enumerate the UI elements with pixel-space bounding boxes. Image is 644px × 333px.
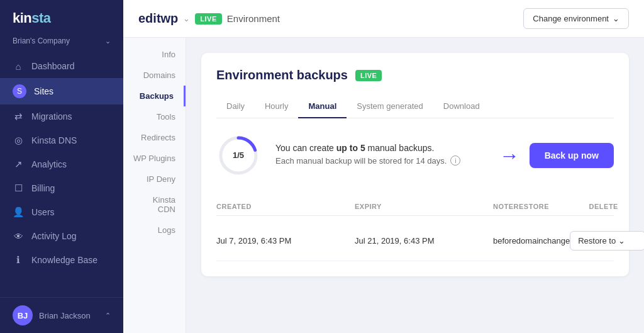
progress-text: 1/5 [233,150,244,160]
activity-icon: 👁 [13,230,24,242]
backup-note: beforedomainchange [493,236,570,246]
sidebar-item-label: Sites [34,86,53,96]
sidebar-item-dashboard[interactable]: ⌂ Dashboard [0,54,123,78]
subnav-item-redirects[interactable]: Redirects [123,127,186,148]
sidebar-nav: ⌂ Dashboard S Sites ⇄ Migrations ◎ Kinst… [0,54,123,297]
backup-sub-label: Each manual backup will be stored for 14… [275,156,447,166]
tab-hourly[interactable]: Hourly [255,95,299,118]
sites-icon: S [13,84,26,98]
back-up-now-button[interactable]: Back up now [530,143,614,168]
tab-manual[interactable]: Manual [298,95,347,118]
subnav: Info Domains Backups Tools Redirects WP … [123,38,186,333]
users-icon: 👤 [13,206,24,218]
restore-to-button[interactable]: Restore to ⌄ [570,231,644,251]
company-selector[interactable]: Brian's Company ⌄ [0,33,123,54]
billing-icon: ☐ [13,183,24,194]
col-note: NOTE [493,203,514,210]
topbar-left: editwp ⌄ LIVE Environment [138,11,280,26]
knowledge-icon: ℹ [13,254,24,266]
sidebar-item-label: Activity Log [31,231,77,241]
sidebar-item-label: Knowledge Base [31,255,97,265]
tab-system-generated[interactable]: System generated [347,95,433,118]
subnav-item-kinsta-cdn[interactable]: Kinsta CDN [123,189,186,220]
col-delete: DELETE [589,203,640,210]
progress-circle: 1/5 [216,133,260,178]
dns-icon: ◎ [13,135,24,146]
subnav-item-domains[interactable]: Domains [123,65,186,86]
backup-created: Jul 7, 2019, 6:43 PM [216,236,355,246]
sidebar-item-label: Dashboard [31,61,75,71]
info-icon[interactable]: i [450,155,460,166]
live-badge-page: LIVE [355,70,382,81]
table-row: Jul 7, 2019, 6:43 PM Jul 21, 2019, 6:43 … [216,221,614,261]
sidebar-item-label: Migrations [31,111,72,121]
company-chevron-icon: ⌄ [105,37,111,45]
col-expiry: EXPIRY [355,203,493,210]
subnav-item-tools[interactable]: Tools [123,106,186,127]
topbar: editwp ⌄ LIVE Environment Change environ… [123,0,644,38]
migrations-icon: ⇄ [13,111,24,122]
site-chevron-icon[interactable]: ⌄ [183,14,190,23]
home-icon: ⌂ [13,60,24,72]
backup-text: You can create up to 5 manual backups. E… [275,143,484,168]
sidebar-item-activity-log[interactable]: 👁 Activity Log [0,224,123,248]
sidebar-item-sites[interactable]: S Sites [0,78,123,104]
footer-chevron-icon: ⌃ [105,312,111,320]
sidebar-item-users[interactable]: 👤 Users [0,200,123,224]
subnav-item-ip-deny[interactable]: IP Deny [123,169,186,189]
env-label: Environment [227,13,280,24]
restore-chevron-icon: ⌄ [618,236,625,246]
backup-sub-text: Each manual backup will be stored for 14… [275,155,484,166]
sidebar-item-knowledge-base[interactable]: ℹ Knowledge Base [0,248,123,272]
sidebar-item-analytics[interactable]: ↗ Analytics [0,152,123,176]
backup-info-row: 1/5 You can create up to 5 manual backup… [216,133,614,178]
arrow-right-icon: → [499,144,519,167]
sidebar-item-label: Kinsta DNS [31,135,77,145]
sidebar: kinsta Brian's Company ⌄ ⌂ Dashboard S S… [0,0,123,333]
subnav-item-wp-plugins[interactable]: WP Plugins [123,148,186,169]
sidebar-footer: BJ Brian Jackson ⌃ [0,297,123,333]
subnav-item-backups[interactable]: Backups [123,86,186,106]
col-restore: RESTORE [514,203,589,210]
logo-area: kinsta [0,0,123,33]
content-card: Environment backups LIVE Daily Hourly Ma… [201,53,629,276]
sidebar-item-label: Billing [31,183,55,193]
sidebar-item-migrations[interactable]: ⇄ Migrations [0,104,123,128]
content-area: Info Domains Backups Tools Redirects WP … [123,38,644,333]
tab-daily[interactable]: Daily [216,95,255,118]
backup-main-text: You can create up to 5 manual backups. [275,143,484,153]
subnav-item-info[interactable]: Info [123,44,186,65]
tab-download[interactable]: Download [433,95,490,118]
analytics-icon: ↗ [13,159,24,170]
sidebar-item-label: Analytics [31,159,67,169]
change-environment-button[interactable]: Change environment ⌄ [523,8,629,29]
footer-user-area[interactable]: BJ Brian Jackson [13,305,91,325]
sidebar-item-label: Users [31,207,55,217]
live-badge-topbar: LIVE [195,13,221,25]
sidebar-item-kinsta-dns[interactable]: ◎ Kinsta DNS [0,128,123,152]
page-content: Environment backups LIVE Daily Hourly Ma… [186,38,644,333]
footer-username: Brian Jackson [39,311,91,320]
arrow-button-area: → Back up now [499,143,614,168]
change-env-label: Change environment [533,14,609,23]
table-header: CREATED EXPIRY NOTE RESTORE DELETE [216,198,614,216]
main-area: editwp ⌄ LIVE Environment Change environ… [123,0,644,333]
backup-expiry: Jul 21, 2019, 6:43 PM [355,236,493,246]
restore-label: Restore to [578,236,616,246]
company-name: Brian's Company [13,37,70,45]
site-name: editwp [138,11,178,26]
sidebar-item-billing[interactable]: ☐ Billing [0,176,123,200]
col-created: CREATED [216,203,355,210]
avatar: BJ [13,305,33,325]
page-title: Environment backups [216,68,348,82]
logo: kinsta [13,10,51,26]
subnav-item-logs[interactable]: Logs [123,220,186,240]
change-env-chevron-icon: ⌄ [613,14,619,23]
page-header: Environment backups LIVE [216,68,614,82]
backup-tabs: Daily Hourly Manual System generated Dow… [216,95,614,118]
